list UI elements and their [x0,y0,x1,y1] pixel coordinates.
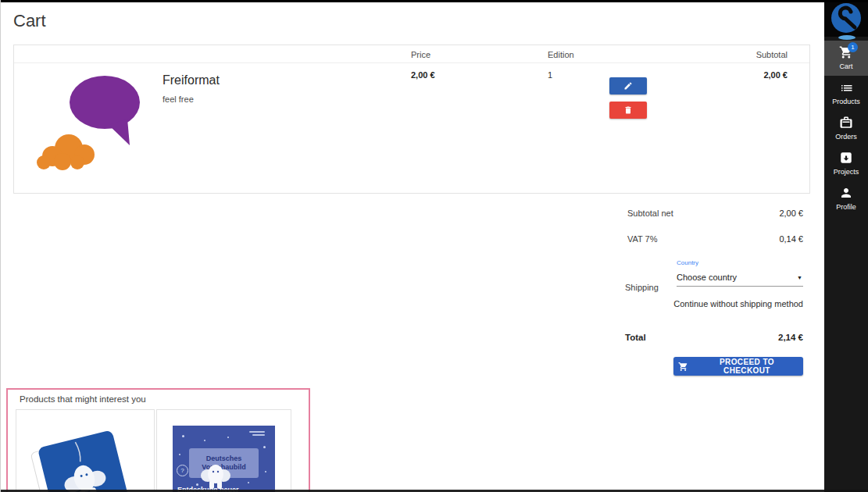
delete-item-button[interactable] [609,102,647,119]
subtotal-net-label: Subtotal net [627,209,673,218]
pencil-icon [623,81,633,91]
sidebar-item-label: Profile [824,203,868,211]
window-left-border [0,0,1,492]
product-edition: 1 [548,70,552,80]
sidebar-item-products[interactable]: Products [824,76,868,111]
sidebar-item-projects[interactable]: Projects [824,146,868,181]
book-product-image [28,418,141,492]
sidebar-item-profile[interactable]: Profile [824,181,868,216]
sidebar-item-cart[interactable]: 1 Cart [824,41,868,76]
cart-icon [678,362,688,372]
edit-item-button[interactable] [609,77,647,94]
total-value: 2,14 € [778,333,803,342]
app-logo-icon [830,2,862,34]
recommended-product-card-2[interactable]: Deutsches Vorschaubild ? Entdeckung neue… [156,409,291,492]
header-divider [14,62,809,63]
logo-ribbon-sliver [838,35,855,40]
sidebar-item-label: Projects [824,168,868,176]
preview-product-image: Deutsches Vorschaubild ? Entdeckung neue… [173,426,275,492]
trash-icon [623,105,633,115]
cart-item-card: Price Edition Subtotal Freiformat feel f… [13,45,810,194]
chevron-down-icon: ▼ [797,275,802,280]
recommended-product-card-1[interactable] [16,409,155,492]
column-header-price: Price [411,50,430,59]
image-logo-line [252,434,265,436]
recommendations-panel: Products that might interest you [6,388,310,492]
person-icon [839,186,853,200]
sidebar-navigation: 1 Cart Products Orders Projects Profile [824,0,868,492]
column-header-subtotal: Subtotal [756,50,788,59]
cart-count-badge: 1 [848,42,858,52]
total-label: Total [625,333,646,342]
sidebar-item-orders[interactable]: Orders [824,111,868,146]
vat-value: 0,14 € [779,234,803,244]
country-select[interactable]: Choose country ▼ [677,269,803,287]
archive-download-icon [839,151,853,165]
product-thumbnail-speech-bubble-cloud [28,67,157,176]
product-subtotal: 2,00 € [763,70,788,80]
recommendations-title: Products that might interest you [20,394,146,404]
page-title: Cart [13,11,46,31]
product-price: 2,00 € [411,70,435,80]
product-name: Freiformat [163,73,220,87]
proceed-to-checkout-button[interactable]: PROCEED TO CHECKOUT [673,357,803,376]
column-header-edition: Edition [548,50,574,59]
checkout-button-label: PROCEED TO CHECKOUT [695,358,798,375]
country-field-label: Country [677,259,698,266]
image-logo-line [249,431,265,433]
question-mark-badge: ? [177,465,188,476]
briefcase-icon [839,116,853,130]
country-select-value: Choose country [677,273,737,282]
sidebar-item-label: Products [824,98,868,105]
continue-without-shipping-link[interactable]: Continue without shipping method [673,299,803,308]
vat-label: VAT 7% [627,234,658,244]
product-description: feel free [163,94,194,104]
app-logo-block[interactable] [824,0,868,37]
sidebar-item-label: Orders [824,133,868,141]
list-icon [839,80,853,94]
shipping-label: Shipping [625,283,659,292]
sidebar-item-label: Cart [824,62,868,70]
subtotal-net-value: 2,00 € [779,209,803,218]
window-top-border [0,0,868,2]
